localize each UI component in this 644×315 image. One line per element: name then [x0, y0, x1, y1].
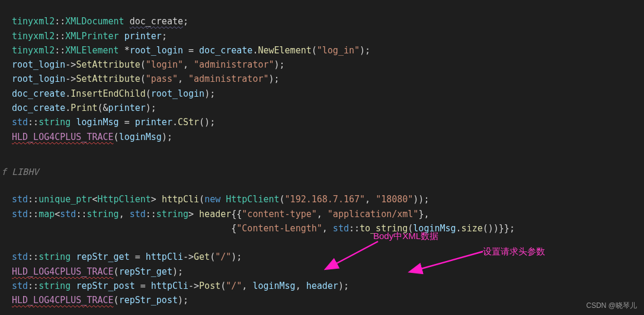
line-2: tinyxml2::XMLPrinter printer; [12, 31, 167, 42]
ns: tinyxml2 [12, 31, 55, 42]
macro-trace: HLD_LOG4CPLUS_TRACE [12, 132, 114, 142]
line-7: doc_create.Print(&printer); [12, 103, 156, 113]
str-port: "18080" [376, 194, 413, 205]
type-httpclient: HttpClient [98, 194, 151, 205]
kw-std: std [130, 209, 146, 219]
type-string: string [39, 281, 71, 291]
var-httpcli: httpCli [162, 194, 199, 205]
var-root-login: root_login [12, 74, 65, 84]
var-loginmsg: loginMsg [252, 281, 295, 291]
line-8: std::string loginMsg = printer.CStr(); [12, 117, 215, 128]
line-13: std::string repStr_get = httpCli->Get("/… [12, 252, 242, 262]
type-string: string [86, 209, 118, 219]
var-doc-create: doc_create [199, 45, 252, 56]
str-pass-key: "pass" [146, 74, 178, 84]
blank [12, 237, 17, 248]
line-9: HLD_LOG4CPLUS_TRACE(loginMsg); [12, 132, 172, 142]
var-printer: printer [135, 117, 172, 128]
var-repget: repStr_get [76, 252, 129, 262]
fn-setattr: SetAttribute [76, 59, 140, 70]
type-httpclient: HttpClient [226, 194, 279, 205]
fn-newelement: NewElement [258, 45, 311, 56]
str-admin: "administrator" [188, 74, 268, 84]
var-repget: repStr_get [119, 266, 172, 277]
macro-trace: HLD_LOG4CPLUS_TRACE [12, 295, 114, 306]
kw-std: std [12, 194, 28, 205]
var-httpcli: httpCli [151, 281, 188, 291]
line-14: HLD_LOG4CPLUS_TRACE(repStr_get); [12, 266, 183, 277]
code-block-top: tinyxml2::XMLDocument doc_create; tinyxm… [12, 0, 370, 144]
watermark: CSDN @晓琴儿 [586, 300, 637, 311]
line-1: tinyxml2::XMLDocument doc_create; [12, 16, 188, 27]
var-header: header [199, 209, 231, 219]
line-5: root_login->SetAttribute("pass", "admini… [12, 74, 280, 84]
line-12: {"Content-Length", std::to_string(loginM… [12, 223, 515, 234]
fn-post: Post [199, 281, 220, 291]
type-unique-ptr: unique_ptr [39, 194, 92, 205]
type-string: string [39, 252, 71, 262]
line-3: tinyxml2::XMLElement *root_login = doc_c… [12, 45, 370, 56]
line-11: std::map<std::string, std::string> heade… [12, 209, 429, 219]
str-slash: "/" [215, 252, 231, 262]
type-xmlelement: XMLElement [65, 45, 118, 56]
str-log-in: "log_in" [317, 45, 360, 56]
kw-std: std [12, 281, 28, 291]
kw-std: std [60, 209, 76, 219]
preprocessor-ifdef: f LIBHV [1, 165, 39, 179]
fn-get: Get [194, 252, 210, 262]
type-string: string [156, 209, 188, 219]
var-loginmsg: loginMsg [76, 117, 118, 128]
arrow-icon-body [322, 240, 387, 277]
var-httpcli: httpCli [146, 252, 183, 262]
fn-print: Print [71, 103, 97, 113]
kw-std: std [333, 223, 349, 234]
var-root-login: root_login [151, 88, 204, 99]
str-login-key: "login" [146, 59, 183, 70]
type-xmldoc: XMLDocument [65, 16, 124, 27]
annotation-set-header: 设置请求头参数 [483, 244, 545, 259]
type-xmlprinter: XMLPrinter [65, 31, 118, 42]
var-header: header [306, 281, 338, 291]
var-root-login: root_login [130, 45, 183, 56]
fn-setattr: SetAttribute [76, 74, 140, 84]
fn-cstr: CStr [178, 117, 199, 128]
var-doc-create: doc_create [12, 88, 65, 99]
type-map: map [39, 209, 55, 219]
code-block-bottom: std::unique_ptr<HttpClient> httpCli(new … [12, 178, 515, 308]
str-cl-key: "Content-Length" [236, 223, 322, 234]
var-printer: printer [124, 31, 162, 42]
str-ct-val: "application/xml" [328, 209, 419, 219]
var-loginmsg: loginMsg [119, 132, 162, 142]
line-10: std::unique_ptr<HttpClient> httpCli(new … [12, 194, 429, 205]
arrow-icon-header [406, 249, 489, 280]
str-ip: "192.168.7.167" [285, 194, 365, 205]
var-printer: printer [108, 103, 146, 113]
svg-line-1 [411, 252, 483, 272]
var-doc-create: doc_create [12, 103, 65, 113]
macro-trace: HLD_LOG4CPLUS_TRACE [12, 266, 114, 277]
str-ct-key: "content-type" [242, 209, 316, 219]
kw-std: std [12, 252, 28, 262]
line-16: HLD_LOG4CPLUS_TRACE(repStr_post); [12, 295, 188, 306]
str-admin: "administrator" [194, 59, 274, 70]
line-4: root_login->SetAttribute("login", "admin… [12, 59, 285, 70]
kw-std: std [12, 209, 28, 219]
ns: tinyxml2 [12, 45, 55, 56]
var-root-login: root_login [12, 59, 65, 70]
var-reppost: repStr_post [76, 281, 134, 291]
kw-new: new [204, 194, 220, 205]
type-string: string [39, 117, 71, 128]
str-slash: "/" [226, 281, 242, 291]
fn-size: size [462, 223, 483, 234]
var-reppost: repStr_post [119, 295, 178, 306]
ns: tinyxml2 [12, 16, 55, 27]
svg-line-0 [326, 241, 378, 269]
line-6: doc_create.InsertEndChild(root_login); [12, 88, 215, 99]
fn-insertend: InsertEndChild [71, 88, 145, 99]
var-doc-create: doc_create [130, 16, 183, 27]
kw-std: std [12, 117, 28, 128]
line-15: std::string repStr_post = httpCli->Post(… [12, 281, 349, 291]
